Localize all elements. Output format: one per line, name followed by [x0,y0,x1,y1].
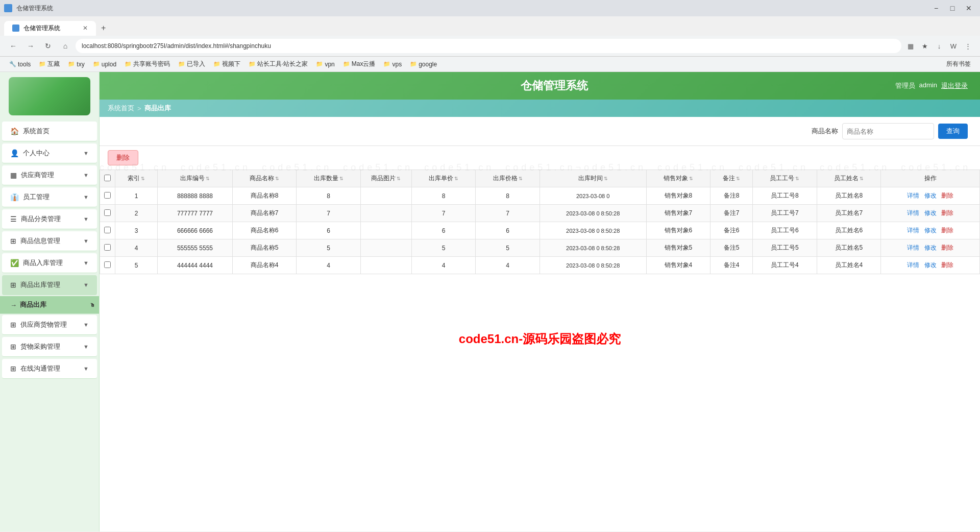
delete-link[interactable]: 删除 [941,227,953,234]
row-sale-obj: 销售对象5 [646,239,710,257]
row-index: 2 [115,205,158,222]
edit-link[interactable]: 修改 [924,192,937,199]
edit-link[interactable]: 修改 [924,227,937,234]
row-checkbox[interactable] [104,192,111,199]
row-unit-price: 5 [411,239,475,257]
bookmark-tools[interactable]: 🔧 tools [6,60,34,69]
bookmark-imported[interactable]: 📁 已导入 [175,59,208,69]
edit-link[interactable]: 修改 [924,261,937,269]
bookmark-all[interactable]: 所有书签 [943,59,974,69]
bookmark-webmaster[interactable]: 📁 站长工具·站长之家 [246,59,311,69]
row-emp-no: 员工工号4 [753,257,817,274]
bookmark-maxcloud[interactable]: 📁 Max云播 [340,59,379,69]
row-quantity: 5 [297,239,360,257]
bookmark-uplod[interactable]: 📁 uplod [90,60,119,69]
cursor-icon: 🖱 [90,302,95,308]
row-checkbox[interactable] [104,209,111,216]
sidebar-item-purchase[interactable]: ⊞ 货物采购管理 ▼ [2,337,97,357]
new-tab-button[interactable]: + [98,20,109,36]
row-checkbox[interactable] [104,227,111,233]
bookmark-button[interactable]: ★ [919,40,931,52]
bookmark-txy-label: txy [77,61,84,68]
sidebar-item-stock-out-mgr[interactable]: ⊞ 商品出库管理 ▼ [2,275,97,295]
sidebar-item-stock-in-label: 商品入库管理 [23,258,83,268]
th-quantity: 出库数量⇅ [297,170,360,187]
select-all-checkbox[interactable] [104,175,111,181]
menu-button[interactable]: ⋮ [962,40,974,52]
bookmarks-bar: 🔧 tools 📁 互藏 📁 txy 📁 uplod 📁 共享账号密码 📁 已导… [0,57,980,72]
row-order-no: 444444 4444 [158,257,233,274]
bookmark-vpn[interactable]: 📁 vpn [313,60,337,69]
edit-link[interactable]: 修改 [924,244,937,251]
detail-link[interactable]: 详情 [907,261,919,269]
th-emp-name: 员工姓名⇅ [817,170,880,187]
downloads-button[interactable]: ↓ [933,40,945,52]
tab-close-button[interactable]: ✕ [83,25,88,32]
delete-link[interactable]: 删除 [941,209,953,216]
sidebar-item-stock-in[interactable]: ✅ 商品入库管理 ▼ [2,253,97,273]
maximize-button[interactable]: □ [945,1,960,15]
home-button[interactable]: ⌂ [58,39,72,53]
sidebar-item-personal[interactable]: 👤 个人中心 ▼ [2,143,97,163]
sidebar-item-online-comm[interactable]: ⊞ 在线沟通管理 ▼ [2,359,97,379]
address-bar[interactable] [76,39,901,53]
batch-delete-button[interactable]: 删除 [108,150,138,165]
bookmark-huzang[interactable]: 📁 互藏 [36,59,63,69]
row-unit-price: 4 [411,257,475,274]
sidebar-item-supplier-label: 供应商管理 [21,171,83,180]
search-input[interactable] [842,123,934,139]
th-unit-price: 出库单价⇅ [411,170,475,187]
sidebar-item-home[interactable]: 🏠 系统首页 [2,122,97,141]
row-index: 1 [115,187,158,205]
sidebar-item-employee[interactable]: 👔 员工管理 ▼ [2,187,97,207]
vpn-icon: 📁 [316,61,323,67]
sidebar-item-supplier-goods[interactable]: ⊞ 供应商货物管理 ▼ [2,315,97,335]
forward-button[interactable]: → [23,39,38,53]
bookmark-google[interactable]: 📁 google [407,60,440,69]
extensions-button[interactable]: ▦ [904,40,917,52]
delete-link[interactable]: 删除 [941,261,953,269]
browser-tab-active[interactable]: 仓储管理系统 ✕ [4,21,96,36]
row-product-img [360,205,411,222]
row-order-no: 777777 7777 [158,205,233,222]
back-button[interactable]: ← [6,39,20,53]
row-checkbox[interactable] [104,244,111,251]
breadcrumb-home[interactable]: 系统首页 [108,104,134,113]
row-checkbox-cell [100,257,115,274]
bookmark-vps[interactable]: 📁 vps [380,60,405,69]
detail-link[interactable]: 详情 [907,227,919,234]
delete-link[interactable]: 删除 [941,244,953,251]
detail-link[interactable]: 详情 [907,192,919,199]
th-actions: 操作 [881,170,980,187]
sidebar-item-supplier[interactable]: ▦ 供应商管理 ▼ [2,165,97,185]
minimize-button[interactable]: − [929,1,943,15]
th-index: 索引⇅ [115,170,158,187]
sort-icon-4: ⇅ [339,176,344,181]
edit-link[interactable]: 修改 [924,209,937,216]
detail-link[interactable]: 详情 [907,244,919,251]
sidebar-item-stock-out[interactable]: → 商品出库 🖱 [0,296,99,314]
logout-button[interactable]: 退出登录 [941,81,968,90]
th-order-no: 出库编号⇅ [158,170,233,187]
sort-icon-11: ⇅ [795,176,799,181]
product-info-icon: ⊞ [10,237,16,245]
bookmark-txy[interactable]: 📁 txy [65,60,87,69]
reload-button[interactable]: ↻ [41,39,55,53]
close-button[interactable]: ✕ [962,1,976,15]
sidebar-item-category[interactable]: ☰ 商品分类管理 ▼ [2,209,97,229]
browser-tab-bar: 仓储管理系统 ✕ + [0,16,980,36]
chevron-down-icon-6: ▼ [83,260,89,266]
person-icon: 👤 [10,149,19,157]
bookmark-shared-pwd[interactable]: 📁 共享账号密码 [121,59,173,69]
delete-link[interactable]: 删除 [941,192,953,199]
bookmark-video[interactable]: 📁 视频下 [210,59,243,69]
row-checkbox[interactable] [104,261,111,268]
profile-button[interactable]: W [947,40,960,52]
browser-controls: ← → ↻ ⌂ ▦ ★ ↓ W ⋮ [0,36,980,57]
detail-link[interactable]: 详情 [907,209,919,216]
sidebar-item-product-info[interactable]: ⊞ 商品信息管理 ▼ [2,231,97,251]
maxcloud-icon: 📁 [343,61,350,67]
row-remark: 备注8 [710,187,753,205]
sidebar-logo [0,72,99,120]
search-button[interactable]: 查询 [938,124,968,139]
